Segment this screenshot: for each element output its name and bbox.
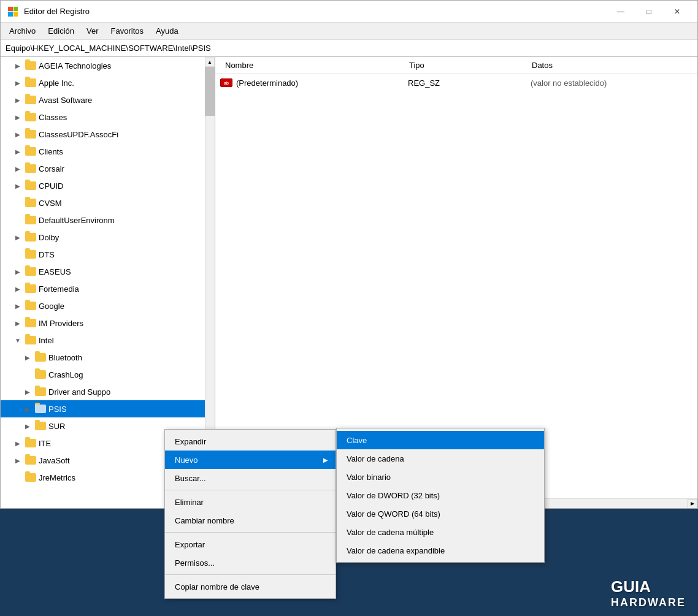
ctx-copiar[interactable]: Copiar nombre de clave xyxy=(165,577,336,596)
tree-label: Driver and Suppo xyxy=(48,387,110,397)
submenu-cadena[interactable]: Valor de cadena xyxy=(337,449,544,468)
tree-item-crashlog[interactable]: ▶ CrashLog xyxy=(1,366,215,383)
tree-item-easeus[interactable]: ▶ EASEUS xyxy=(1,263,215,280)
tree-label: Avast Software xyxy=(39,96,92,105)
registry-row[interactable]: ab (Predeterminado) REG_SZ (valor no est… xyxy=(215,75,697,90)
folder-icon xyxy=(25,113,36,121)
tree-label: JreMetrics xyxy=(39,473,75,482)
folder-icon xyxy=(35,387,46,396)
tree-item-apple[interactable]: ▶ Apple Inc. xyxy=(1,74,215,91)
expand-arrow: ▶ xyxy=(13,301,23,311)
ctx-eliminar[interactable]: Eliminar xyxy=(165,493,336,511)
tree-label: Classes xyxy=(39,113,67,122)
ctx-buscar-label: Buscar... xyxy=(175,474,206,483)
menu-edicion[interactable]: Edición xyxy=(42,24,80,38)
minimize-button[interactable]: — xyxy=(607,1,635,23)
watermark-hardware: HARDWARE xyxy=(611,596,686,610)
submenu-dword[interactable]: Valor de DWORD (32 bits) xyxy=(337,486,544,504)
tree-label: Fortemedia xyxy=(39,284,79,294)
tree-item-clients[interactable]: ▶ Clients xyxy=(1,143,215,160)
expand-arrow: ▶ xyxy=(13,473,23,482)
tree-label: Bluetooth xyxy=(48,353,82,362)
expand-arrow: ▼ xyxy=(13,335,23,345)
folder-icon xyxy=(25,216,36,224)
folder-icon xyxy=(25,319,36,327)
tree-label: ITE xyxy=(39,439,51,448)
ctx-exportar-label: Exportar xyxy=(175,540,205,549)
tree-item-avast[interactable]: ▶ Avast Software xyxy=(1,91,215,108)
tree-item-cpuid[interactable]: ▶ CPUID xyxy=(1,177,215,194)
submenu-cadena-multiple[interactable]: Valor de cadena múltiple xyxy=(337,523,544,541)
tree-item-dolby[interactable]: ▶ Dolby xyxy=(1,229,215,246)
expand-arrow: ▶ xyxy=(13,95,23,105)
folder-icon xyxy=(25,302,36,310)
tree-item-dts[interactable]: ▶ DTS xyxy=(1,246,215,263)
context-menu: Expandir Nuevo ▶ Buscar... Eliminar Camb… xyxy=(164,429,336,599)
tree-item-psis[interactable]: ▶ PSIS xyxy=(1,400,215,417)
maximize-button[interactable]: □ xyxy=(635,1,663,23)
tree-item-cvsm[interactable]: ▶ CVSM xyxy=(1,194,215,211)
reg-nombre: (Predeterminado) xyxy=(236,78,408,88)
submenu-qword-label: Valor de QWORD (64 bits) xyxy=(347,509,440,519)
tree-item-defaultuser[interactable]: ▶ DefaultUserEnvironm xyxy=(1,211,215,229)
menu-ayuda[interactable]: Ayuda xyxy=(150,24,185,38)
scroll-up-btn[interactable]: ▲ xyxy=(205,57,215,67)
scroll-right-btn[interactable]: ▶ xyxy=(688,499,697,509)
ctx-buscar[interactable]: Buscar... xyxy=(165,469,336,487)
expand-arrow: ▶ xyxy=(13,232,23,242)
ctx-nuevo[interactable]: Nuevo ▶ xyxy=(165,451,336,469)
tree-item-corsair[interactable]: ▶ Corsair xyxy=(1,160,215,177)
menu-ver[interactable]: Ver xyxy=(80,24,105,38)
reg-tipo: REG_SZ xyxy=(408,78,531,88)
ctx-expandir[interactable]: Expandir xyxy=(165,432,336,451)
ctx-cambiar[interactable]: Cambiar nombre xyxy=(165,511,336,530)
submenu-arrow: ▶ xyxy=(323,457,328,463)
col-header-tipo[interactable]: Tipo xyxy=(404,59,527,71)
ctx-permisos[interactable]: Permisos... xyxy=(165,553,336,572)
tree-item-classes[interactable]: ▶ Classes xyxy=(1,108,215,126)
expand-arrow: ▶ xyxy=(13,215,23,225)
tree-label: Corsair xyxy=(39,164,64,173)
submenu-cadena-expandible[interactable]: Valor de cadena expandible xyxy=(337,541,544,560)
folder-icon xyxy=(25,336,36,344)
tree-item-driver[interactable]: ▶ Driver and Suppo xyxy=(1,383,215,400)
tree-item-ageia[interactable]: ▶ AGEIA Technologies xyxy=(1,57,215,74)
folder-icon xyxy=(35,422,46,430)
expand-arrow: ▶ xyxy=(23,352,33,362)
tree-label: Apple Inc. xyxy=(39,78,74,88)
submenu-clave[interactable]: Clave xyxy=(337,431,544,449)
submenu-qword[interactable]: Valor de QWORD (64 bits) xyxy=(337,504,544,523)
ctx-separator-1 xyxy=(165,490,336,490)
right-header: Nombre Tipo Datos xyxy=(215,57,697,74)
tree-item-fortemedia[interactable]: ▶ Fortemedia xyxy=(1,280,215,297)
expand-arrow: ▶ xyxy=(13,78,23,88)
watermark: GUIA HARDWARE xyxy=(611,577,686,610)
expand-arrow: ▶ xyxy=(23,404,33,414)
close-button[interactable]: ✕ xyxy=(663,1,691,23)
ctx-nuevo-label: Nuevo xyxy=(175,455,198,465)
col-header-nombre[interactable]: Nombre xyxy=(220,59,404,71)
tree-item-classesupdf[interactable]: ▶ ClassesUPDF.AssocFi xyxy=(1,126,215,143)
folder-icon xyxy=(25,267,36,276)
expand-arrow: ▶ xyxy=(23,387,33,397)
menu-archivo[interactable]: Archivo xyxy=(3,24,42,38)
folder-icon xyxy=(25,284,36,293)
watermark-guia: GUIA xyxy=(611,577,686,596)
ctx-exportar[interactable]: Exportar xyxy=(165,535,336,553)
submenu-binario[interactable]: Valor binario xyxy=(337,468,544,486)
window-title: Editor del Registro xyxy=(24,7,607,16)
tree-item-intel[interactable]: ▼ Intel xyxy=(1,332,215,349)
menu-favoritos[interactable]: Favoritos xyxy=(105,24,150,38)
app-icon xyxy=(7,6,19,18)
ctx-eliminar-label: Eliminar xyxy=(175,498,204,507)
tree-item-google[interactable]: ▶ Google xyxy=(1,297,215,314)
address-bar[interactable]: Equipo\HKEY_LOCAL_MACHINE\SOFTWARE\Intel… xyxy=(1,40,697,57)
window-controls: — □ ✕ xyxy=(607,1,691,23)
tree-item-bluetooth[interactable]: ▶ Bluetooth xyxy=(1,349,215,366)
scroll-thumb[interactable] xyxy=(205,67,215,116)
tree-item-improviders[interactable]: ▶ IM Providers xyxy=(1,314,215,332)
expand-arrow: ▶ xyxy=(13,198,23,208)
tree-label: Intel xyxy=(39,336,54,345)
tree-label: Google xyxy=(39,302,64,311)
col-header-datos[interactable]: Datos xyxy=(527,59,692,71)
